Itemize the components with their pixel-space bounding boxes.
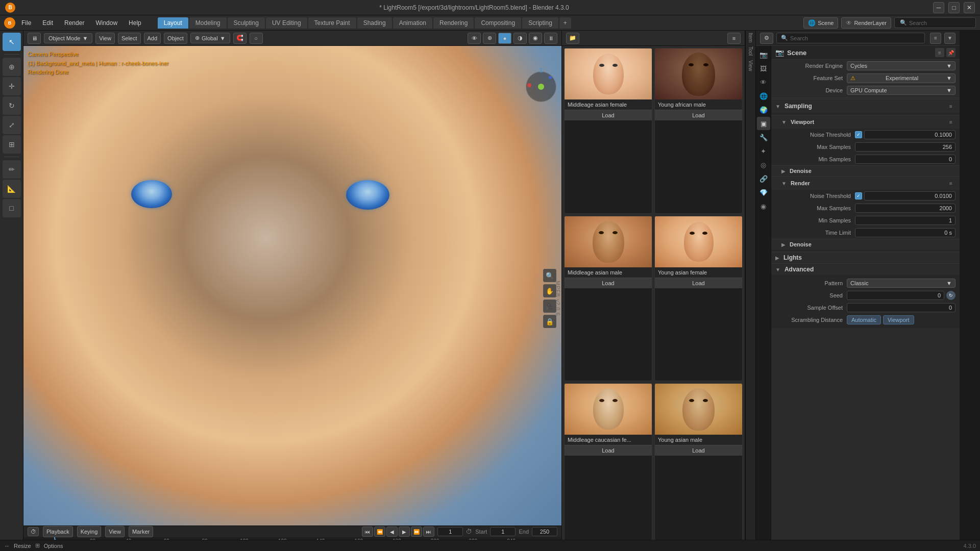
vp-max-samples-value[interactable]: 256	[855, 142, 955, 152]
seed-value[interactable]: 0	[847, 291, 944, 300]
render-noise-threshold-value[interactable]: 0.0100	[864, 191, 955, 201]
viewport-proportional-btn[interactable]: ○	[250, 33, 263, 44]
viewport-options[interactable]: ≡	[946, 117, 955, 127]
char-load-btn-3[interactable]: Load	[655, 278, 742, 288]
current-frame[interactable]: 1	[437, 527, 463, 536]
vp-noise-threshold-value[interactable]: 0.1000	[864, 130, 955, 139]
viewport-subsection-header[interactable]: ▼ Viewport ≡	[771, 115, 960, 129]
menu-file[interactable]: File	[16, 18, 36, 28]
workspace-compositing[interactable]: Compositing	[475, 17, 521, 29]
scene-selector[interactable]: 🌐 Scene	[803, 17, 838, 29]
tool-move[interactable]: ✛	[3, 77, 21, 95]
maximize-button[interactable]: □	[948, 2, 960, 13]
workspace-texture-paint[interactable]: Texture Paint	[308, 17, 356, 29]
viewport-view-btn[interactable]: View	[95, 33, 115, 44]
vp-noise-threshold-checkbox[interactable]: ✓	[855, 131, 862, 138]
start-frame[interactable]: 1	[490, 527, 516, 536]
vp-lock-tool[interactable]: 🔒	[543, 315, 556, 328]
tool-add[interactable]: □	[3, 199, 21, 217]
navigation-gizmo[interactable]: Z	[526, 71, 556, 102]
workspace-add[interactable]: +	[559, 17, 571, 29]
props-material-icon[interactable]: ◉	[757, 199, 770, 213]
props-view-layer-icon[interactable]: 👁	[757, 76, 770, 89]
vp-denoise-header[interactable]: ▶ Denoise	[771, 165, 960, 176]
tool-annotate[interactable]: ✏	[3, 160, 21, 179]
workspace-scripting[interactable]: Scripting	[522, 17, 558, 29]
seed-random-btn[interactable]: ↻	[946, 291, 955, 300]
marker-dropdown[interactable]: Marker	[129, 526, 153, 537]
viewport-mode-selector[interactable]: Object Mode ▼	[44, 33, 92, 43]
render-subsection-header[interactable]: ▼ Render ≡	[771, 176, 960, 190]
menu-help[interactable]: Help	[124, 18, 146, 28]
props-output-icon[interactable]: 🖼	[757, 62, 770, 75]
props-expand-btn[interactable]: ▼	[944, 33, 955, 44]
step-back-btn[interactable]: ⏪	[374, 527, 385, 537]
props-particles-icon[interactable]: ✦	[757, 144, 770, 158]
menu-edit[interactable]: Edit	[37, 18, 58, 28]
viewport-object-btn[interactable]: Object	[164, 33, 187, 44]
char-panel-editor-type[interactable]: 📁	[566, 33, 579, 44]
tool-transform[interactable]: ⊞	[3, 135, 21, 154]
scrambling-auto-btn[interactable]: Automatic	[847, 315, 881, 324]
lights-section-header[interactable]: ▶ Lights	[771, 252, 960, 263]
viewport-overlay-toggle[interactable]: 👁	[468, 33, 481, 44]
render-noise-threshold-checkbox[interactable]: ✓	[855, 192, 862, 199]
close-button[interactable]: ✕	[964, 2, 975, 13]
viewport-snap-btn[interactable]: 🧲	[233, 33, 247, 44]
tool-measure[interactable]: 📐	[3, 180, 21, 198]
workspace-uv-editing[interactable]: UV Editing	[266, 17, 307, 29]
time-limit-value[interactable]: 0 s	[855, 228, 955, 237]
props-modifier-icon[interactable]: 🔧	[757, 131, 770, 144]
props-physics-icon[interactable]: ◎	[757, 158, 770, 171]
feature-set-select[interactable]: ⚠ Experimental ▼	[847, 73, 955, 83]
play-btn[interactable]: ▶	[399, 527, 410, 537]
props-object-icon[interactable]: ▣	[757, 117, 770, 130]
minimize-button[interactable]: ─	[933, 2, 944, 13]
render-sub-options[interactable]: ≡	[946, 179, 955, 188]
top-search-box[interactable]: 🔍 Search	[894, 17, 976, 28]
scrambling-viewport-btn[interactable]: Viewport	[883, 315, 914, 324]
renderlayer-selector[interactable]: 👁 RenderLayer	[841, 17, 891, 29]
workspace-sculpting[interactable]: Sculpting	[228, 17, 265, 29]
props-render-icon[interactable]: 📷	[757, 48, 770, 61]
props-filter-btn[interactable]: ≡	[930, 33, 941, 44]
properties-editor-type[interactable]: ⚙	[760, 33, 773, 44]
char-load-btn-1[interactable]: Load	[655, 110, 742, 120]
viewport-transform-selector[interactable]: ⊕ Global ▼	[190, 33, 230, 43]
workspace-animation[interactable]: Animation	[393, 17, 432, 29]
sampling-options[interactable]: ≡	[946, 102, 955, 111]
props-scene-icon[interactable]: 🌐	[757, 89, 770, 103]
step-forward-btn[interactable]: ⏩	[411, 527, 422, 537]
vp-zoom-tool[interactable]: 🔍	[543, 269, 556, 282]
advanced-section-header[interactable]: ▼ Advanced	[771, 263, 960, 275]
props-constraint-icon[interactable]: 🔗	[757, 172, 770, 185]
properties-search-box[interactable]: 🔍 Search	[776, 33, 925, 43]
vp-min-samples-value[interactable]: 0	[855, 155, 955, 164]
device-select[interactable]: GPU Compute ▼	[847, 86, 955, 95]
sample-offset-value[interactable]: 0	[847, 303, 955, 312]
tool-cursor[interactable]: ⊕	[3, 58, 21, 76]
tool-toggle[interactable]: Tool	[747, 44, 754, 58]
render-denoise-header[interactable]: ▶ Denoise	[771, 239, 960, 249]
menu-window[interactable]: Window	[90, 18, 122, 28]
menu-render[interactable]: Render	[59, 18, 89, 28]
viewport-gizmo-toggle[interactable]: ⊕	[483, 33, 496, 44]
scene-prop-options[interactable]: ≡	[935, 48, 944, 57]
item-toggle[interactable]: Item	[747, 31, 754, 44]
viewport-editor-type[interactable]: 🖥	[28, 33, 41, 44]
workspace-layout[interactable]: Layout	[158, 17, 188, 29]
sampling-section-header[interactable]: ▼ Sampling ≡	[771, 99, 960, 113]
view-dropdown[interactable]: View	[105, 526, 125, 537]
viewport-pause-btn[interactable]: ⏸	[544, 33, 557, 44]
end-frame[interactable]: 250	[532, 527, 557, 536]
scene-prop-pin[interactable]: 📌	[946, 48, 955, 57]
tool-scale[interactable]: ⤢	[3, 116, 21, 134]
tool-select[interactable]: ↖	[3, 33, 21, 51]
pattern-select[interactable]: Classic ▼	[847, 279, 955, 288]
viewport-shading-solid[interactable]: ●	[498, 33, 511, 44]
timeline-editor-type[interactable]: ⏱	[28, 527, 39, 536]
props-data-icon[interactable]: 💎	[757, 186, 770, 199]
char-load-btn-5[interactable]: Load	[655, 445, 742, 456]
viewport-shading-rendered[interactable]: ◉	[529, 33, 542, 44]
char-load-btn-0[interactable]: Load	[565, 110, 652, 120]
